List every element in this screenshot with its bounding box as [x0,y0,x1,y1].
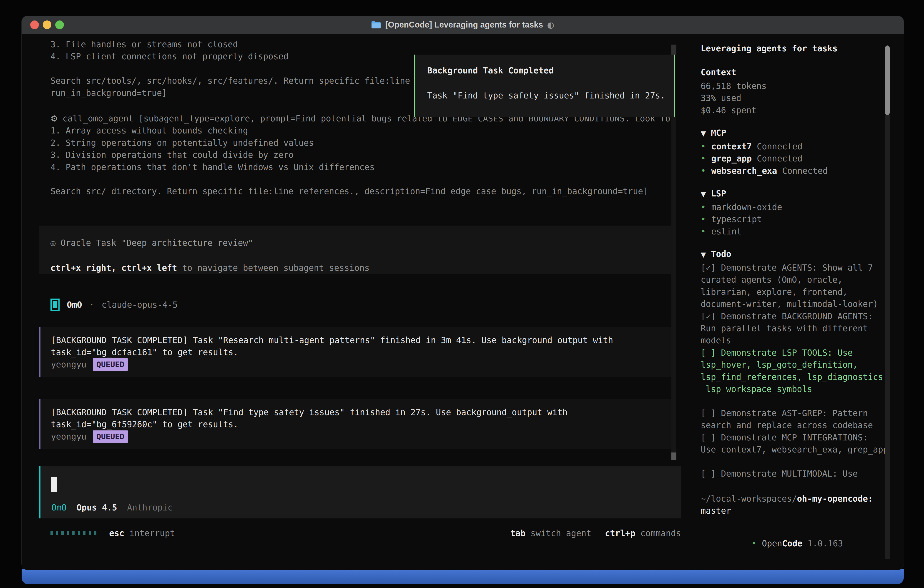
tool-call-item: 2. String operations on potentially unde… [51,137,673,149]
message-line: task_id="bg_6f59260c" to get results. [51,418,660,430]
terminal-content: 3. File handles or streams not closed 4.… [21,34,904,570]
agent-name: OmO [67,300,82,310]
agent-header: OmO · claude-opus-4-5 [51,298,178,311]
oracle-icon: ◎ [51,238,56,248]
sidebar: Leveraging agents for tasks Context 66,5… [692,34,904,570]
chevron-down-icon: ▼ [701,190,706,198]
context-tokens: 66,518 tokens [701,80,767,92]
scrollback-line: 3. File handles or streams not closed [51,38,410,51]
todo-item-line: [ ] Demonstrate AST-GREP: Pattern [701,407,888,419]
scrollback-text: 3. File handles or streams not closed 4.… [51,38,410,99]
titlebar[interactable]: [OpenCode] Leveraging agents for tasks ◐ [21,16,904,34]
oracle-task-panel[interactable]: ◎ Oracle Task "Deep architecture review"… [39,226,671,274]
todo-item-line: [✓] Demonstrate BACKGROUND AGENTS: [701,311,888,322]
mcp-item: •context7 Connected [701,140,828,153]
text-cursor [51,477,57,492]
scrollback-line [51,63,410,75]
mcp-item: •websearch_exa Connected [701,165,828,177]
oracle-hint-text: to navigate between subagent sessions [177,263,370,273]
agent-separator: · [89,300,94,310]
workspace-path: ~/local-workspaces/oh-my-opencode: maste… [701,493,892,517]
todo-item-line: models [701,334,888,347]
message-author: yeongyu [51,431,86,443]
scrollback-line: run_in_background=true] [51,87,410,99]
tab-key-label: switch agent [531,529,591,538]
window-title-group: [OpenCode] Leveraging agents for tasks ◐ [371,20,554,30]
status-badge: QUEUED [93,358,128,371]
main-scrollbar-track[interactable] [672,117,676,453]
zoom-window-icon[interactable] [55,20,64,29]
ctrlp-key-label: commands [640,529,681,538]
app-name: Open [762,538,782,548]
chevron-down-icon: ▼ [701,129,706,137]
tool-call-footer: Search src/ directory. Return specific f… [51,185,673,197]
minimize-window-icon[interactable] [43,20,51,29]
context-spent: $0.46 spent [701,104,767,116]
background-task-toast[interactable]: Background Task Completed Task "Find typ… [414,55,675,117]
context-used: 33% used [701,92,767,104]
green-dot-icon: • [701,142,706,152]
workspace-repo: oh-my-opencode: [797,494,873,504]
agent-model: claude-opus-4-5 [102,300,178,310]
scrollback-line: 4. LSP client connections not properly d… [51,51,410,63]
sidebar-scrollbar-track[interactable] [885,115,890,559]
message-line: [BACKGROUND TASK COMPLETED] Task "Find t… [51,406,660,418]
todo-item-line: Use context7, websearch_exa, grep_app [701,444,888,456]
todo-list-block: [ ] Demonstrate MULTIMODAL: Use [701,468,858,480]
tool-call-blank [51,173,673,185]
esc-key-label: interrupt [129,529,175,538]
todo-item-line: document-writer, multimodal-looker) [701,298,888,310]
session-title: Leveraging agents for tasks [701,44,837,53]
chevron-down-icon: ▼ [701,251,706,259]
todo-item-line: lsp_workspace_symbols [701,383,888,395]
desktop-wallpaper-strip [21,569,904,585]
workspace-branch: master [701,505,892,517]
toast-title: Background Task Completed [427,64,662,77]
app-version: 1.0.163 [808,538,843,548]
ctrlp-key-hint: ctrl+p [605,529,635,538]
message-card[interactable]: [BACKGROUND TASK COMPLETED] Task "Resear… [39,327,671,377]
desktop: [OpenCode] Leveraging agents for tasks ◐… [0,0,924,588]
todo-item-line: lsp_find_references, lsp_diagnostics, [701,371,888,383]
terminal-window: [OpenCode] Leveraging agents for tasks ◐… [21,16,904,570]
esc-key-hint: esc [109,529,124,538]
input-model-name: Opus 4.5 [77,503,117,512]
lsp-list: •markdown-oxide •typescript •eslint [701,201,782,238]
todo-section-header[interactable]: ▼Todo [701,249,731,259]
window-controls [30,16,64,34]
agent-omo-icon [51,299,59,311]
tool-call-item: 3. Division operations that could divide… [51,149,673,161]
main-scrollbar-thumb[interactable] [672,453,676,460]
mcp-list: •context7 Connected •grep_app Connected … [701,140,828,177]
todo-item-line: curated agents (OmO, oracle, [701,274,888,286]
prompt-input[interactable]: OmO Opus 4.5 Anthropic [39,466,681,519]
close-window-icon[interactable] [30,20,39,29]
model-row: OmO Opus 4.5 Anthropic [51,503,173,512]
green-dot-icon: • [701,154,706,164]
lsp-item: •typescript [701,213,782,225]
lsp-section-header[interactable]: ▼LSP [701,189,726,198]
todo-item-line: librarian, explore, frontend, [701,286,888,298]
message-author: yeongyu [51,358,86,371]
scrollback-line: Search src/tools/, src/hooks/, src/featu… [51,75,410,87]
green-dot-icon: • [701,215,706,224]
mcp-section-header[interactable]: ▼MCP [701,128,726,138]
main-scrollbar-thumb[interactable] [672,45,676,55]
spinner-icon [51,531,96,535]
green-dot-icon: • [701,166,706,176]
lsp-item: •eslint [701,226,782,238]
tab-key-hint: tab [510,529,525,538]
todo-item-line: [✓] Demonstrate AGENTS: Show all 7 [701,262,888,274]
sidebar-scrollbar-thumb[interactable] [885,45,890,115]
todo-item-line: lsp_hover, lsp_goto_definition, [701,359,888,371]
input-provider-name: Anthropic [127,503,173,512]
todo-item-line: [ ] Demonstrate MCP INTEGRATIONS: [701,431,888,444]
context-stats: 66,518 tokens 33% used $0.46 spent [701,80,767,116]
status-badge: QUEUED [93,430,128,443]
oracle-title: Oracle Task "Deep architecture review" [56,238,253,248]
gear-icon: ⚙ [51,114,58,124]
status-bar: esc interrupt tab switch agent ctrl+p co… [39,527,681,539]
message-card[interactable]: [BACKGROUND TASK COMPLETED] Task "Find t… [39,399,671,449]
toast-body: Task "Find type safety issues" finished … [427,89,662,102]
lsp-item: •markdown-oxide [701,201,782,213]
